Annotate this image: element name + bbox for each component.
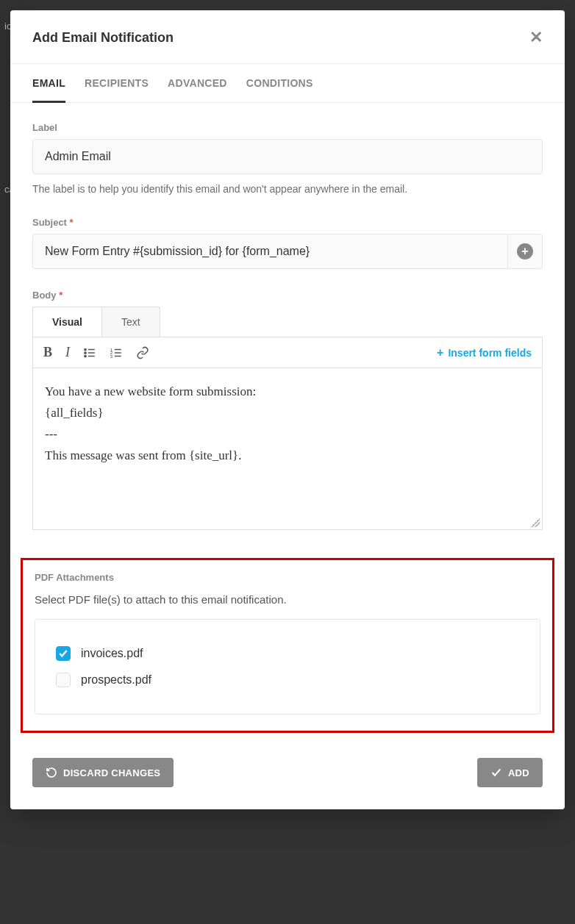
attachment-checkbox[interactable] [56, 646, 71, 661]
modal-footer: DISCARD CHANGES ADD [10, 740, 565, 809]
pdf-attachments-title: PDF Attachments [35, 572, 540, 583]
body-label-text: Body [32, 290, 57, 301]
bold-icon[interactable]: B [43, 345, 52, 360]
label-field: Label The label is to help you identify … [32, 122, 543, 196]
tab-conditions[interactable]: CONDITIONS [246, 64, 313, 102]
form-body: Label The label is to help you identify … [10, 103, 565, 558]
modal-header: Add Email Notification ✕ [10, 10, 565, 64]
attachment-checkbox[interactable] [56, 673, 71, 687]
discard-changes-button[interactable]: DISCARD CHANGES [32, 758, 174, 787]
plus-circle-icon: + [517, 243, 533, 259]
attachment-item: prospects.pdf [56, 667, 519, 693]
required-asterisk: * [70, 217, 74, 228]
editor-tab-text[interactable]: Text [102, 307, 160, 337]
body-field-label: Body * [32, 290, 543, 301]
insert-form-fields-button[interactable]: + Insert form fields [437, 346, 532, 359]
add-button[interactable]: ADD [477, 758, 543, 787]
number-list-icon[interactable]: 123 [110, 346, 123, 359]
tabs: EMAIL RECIPIENTS ADVANCED CONDITIONS [10, 64, 565, 103]
svg-point-2 [85, 352, 86, 354]
editor-toolbar: B I 123 + Insert form fields [32, 337, 543, 368]
resize-grip-icon[interactable] [531, 518, 540, 527]
attachment-name: invoices.pdf [81, 647, 143, 660]
label-field-label: Label [32, 122, 543, 133]
pdf-attachments-section: PDF Attachments Select PDF file(s) to at… [21, 558, 554, 733]
modal-title: Add Email Notification [32, 30, 174, 46]
required-asterisk: * [59, 290, 63, 301]
pdf-attachments-list: invoices.pdf prospects.pdf [35, 619, 540, 715]
discard-label: DISCARD CHANGES [63, 767, 160, 778]
insert-form-fields-label: Insert form fields [448, 347, 532, 359]
add-label: ADD [508, 767, 529, 778]
subject-input[interactable] [32, 234, 507, 269]
subject-insert-button[interactable]: + [507, 234, 543, 269]
svg-point-0 [85, 348, 86, 350]
svg-point-4 [85, 355, 86, 357]
italic-icon[interactable]: I [65, 345, 70, 360]
link-icon[interactable] [136, 346, 149, 359]
body-editor-text: You have a new website form submission: … [45, 384, 256, 462]
body-field: Body * Visual Text B I 123 [32, 290, 543, 530]
tab-recipients[interactable]: RECIPIENTS [85, 64, 149, 102]
plus-icon: + [437, 346, 443, 359]
svg-text:3: 3 [110, 354, 113, 359]
bullet-list-icon[interactable] [83, 346, 96, 359]
body-editor[interactable]: You have a new website form submission: … [32, 368, 543, 530]
subject-field: Subject * + [32, 217, 543, 269]
label-input[interactable] [32, 139, 543, 174]
add-email-notification-modal: Add Email Notification ✕ EMAIL RECIPIENT… [10, 10, 565, 809]
subject-label-text: Subject [32, 217, 67, 228]
pdf-attachments-hint: Select PDF file(s) to attach to this ema… [35, 593, 540, 606]
tab-email[interactable]: EMAIL [32, 64, 65, 103]
close-icon[interactable]: ✕ [529, 29, 543, 46]
tab-advanced[interactable]: ADVANCED [168, 64, 227, 102]
check-icon [490, 767, 502, 778]
subject-field-label: Subject * [32, 217, 543, 228]
undo-icon [46, 767, 57, 778]
label-field-hint: The label is to help you identify this e… [32, 182, 543, 196]
editor-tabs: Visual Text [32, 307, 543, 337]
attachment-item: invoices.pdf [56, 640, 519, 667]
editor-tab-visual[interactable]: Visual [32, 307, 102, 337]
attachment-name: prospects.pdf [81, 673, 151, 687]
